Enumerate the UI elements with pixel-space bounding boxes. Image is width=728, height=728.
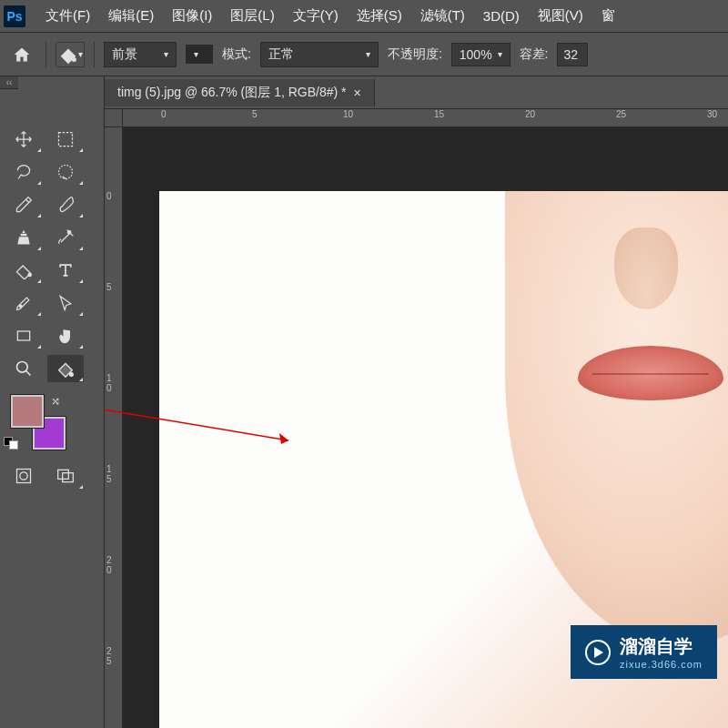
marquee-tool[interactable] <box>47 126 84 153</box>
chevron-down-icon: ▾ <box>194 49 198 59</box>
gradient-tool[interactable] <box>5 257 42 284</box>
type-tool[interactable] <box>47 257 84 284</box>
watermark-brand: 溜溜自学 <box>620 634 703 659</box>
menu-layer[interactable]: 图层(L) <box>221 4 283 28</box>
menubar: Ps 文件(F) 编辑(E) 图像(I) 图层(L) 文字(Y) 选择(S) 滤… <box>0 0 728 33</box>
blend-mode-select[interactable]: 正常 ▾ <box>260 42 379 67</box>
paint-bucket-tool[interactable] <box>47 355 84 382</box>
menu-select[interactable]: 选择(S) <box>348 4 411 28</box>
opacity-value: 100% <box>460 47 492 62</box>
lasso-tool[interactable] <box>5 158 42 186</box>
chevron-down-icon: ▾ <box>78 49 83 59</box>
watermark-url: zixue.3d66.com <box>620 659 703 670</box>
ruler-corner <box>105 109 123 127</box>
menu-window[interactable]: 窗 <box>592 4 624 28</box>
svg-point-8 <box>70 373 74 377</box>
move-tool[interactable] <box>5 126 42 153</box>
document-tab-title: timg (5).jpg @ 66.7% (图层 1, RGB/8#) * <box>117 85 347 101</box>
ruler-vertical[interactable]: 0 5 1 0 1 5 2 0 2 5 <box>105 127 123 728</box>
mode-label: 模式: <box>222 46 251 63</box>
svg-point-2 <box>59 166 73 179</box>
svg-rect-1 <box>59 133 73 147</box>
rectangle-tool[interactable] <box>5 322 42 349</box>
menu-type[interactable]: 文字(Y) <box>284 4 348 28</box>
tolerance-input[interactable] <box>557 43 588 66</box>
foreground-color-swatch[interactable] <box>11 395 44 428</box>
image-content <box>505 191 728 646</box>
home-icon[interactable] <box>7 40 36 69</box>
color-swatches: ⤭ <box>11 395 66 450</box>
options-bar: ▾ 前景 ▾ ▾ 模式: 正常 ▾ 不透明度: 100% ▾ 容差: <box>0 33 728 76</box>
menu-file[interactable]: 文件(F) <box>36 4 99 28</box>
pattern-preview[interactable]: ▾ <box>186 45 213 64</box>
menu-edit[interactable]: 编辑(E) <box>99 4 163 28</box>
hand-tool[interactable] <box>47 322 84 349</box>
ruler-horizontal[interactable]: 0 5 10 15 20 25 30 <box>123 109 728 127</box>
svg-point-0 <box>72 57 76 61</box>
divider <box>94 42 95 67</box>
chevron-down-icon: ▾ <box>164 49 168 59</box>
menu-filter[interactable]: 滤镜(T) <box>411 4 474 28</box>
svg-point-10 <box>20 472 27 480</box>
ps-logo: Ps <box>4 5 25 27</box>
divider <box>46 42 46 67</box>
bucket-tool-indicator-icon[interactable]: ▾ <box>56 42 85 67</box>
quick-mask-tool[interactable] <box>5 462 42 490</box>
svg-rect-12 <box>63 473 74 482</box>
svg-point-3 <box>68 231 71 234</box>
svg-point-4 <box>28 273 31 276</box>
play-icon <box>585 640 611 665</box>
zoom-tool[interactable] <box>5 355 42 382</box>
pen-tool[interactable] <box>5 289 42 317</box>
canvas-area: timg (5).jpg @ 66.7% (图层 1, RGB/8#) * × … <box>105 76 728 728</box>
svg-rect-9 <box>17 470 31 483</box>
screen-mode-tool[interactable] <box>47 462 84 490</box>
svg-rect-11 <box>58 470 69 479</box>
quick-select-tool[interactable] <box>47 158 84 186</box>
default-colors-icon[interactable] <box>4 437 18 450</box>
path-select-tool[interactable] <box>47 289 84 317</box>
healing-brush-tool[interactable] <box>47 224 84 251</box>
blend-mode-value: 正常 <box>268 46 294 63</box>
brush-tool[interactable] <box>47 191 84 218</box>
tolerance-label: 容差: <box>520 46 549 63</box>
swap-colors-icon[interactable]: ⤭ <box>51 395 60 408</box>
panel-collapse-icon[interactable]: ‹‹ <box>0 76 18 89</box>
svg-rect-6 <box>17 331 29 340</box>
document-tabs: timg (5).jpg @ 66.7% (图层 1, RGB/8#) * × <box>105 76 728 109</box>
menu-view[interactable]: 视图(V) <box>529 4 592 28</box>
menu-3d[interactable]: 3D(D) <box>474 5 529 27</box>
eyedropper-tool[interactable] <box>5 191 42 218</box>
close-icon[interactable]: × <box>354 86 361 100</box>
watermark: 溜溜自学 zixue.3d66.com <box>571 625 717 679</box>
fill-source-select[interactable]: 前景 ▾ <box>104 42 177 67</box>
svg-point-7 <box>17 362 28 373</box>
document-tab[interactable]: timg (5).jpg @ 66.7% (图层 1, RGB/8#) * × <box>105 79 375 106</box>
opacity-label: 不透明度: <box>388 46 442 63</box>
opacity-select[interactable]: 100% ▾ <box>451 43 511 66</box>
chevron-down-icon: ▾ <box>498 49 502 59</box>
tools-panel: ⤭ <box>0 76 105 728</box>
clone-stamp-tool[interactable] <box>5 224 42 251</box>
chevron-down-icon: ▾ <box>366 49 370 59</box>
svg-point-5 <box>19 305 22 308</box>
fill-source-value: 前景 <box>112 46 137 63</box>
menu-image[interactable]: 图像(I) <box>163 4 221 28</box>
